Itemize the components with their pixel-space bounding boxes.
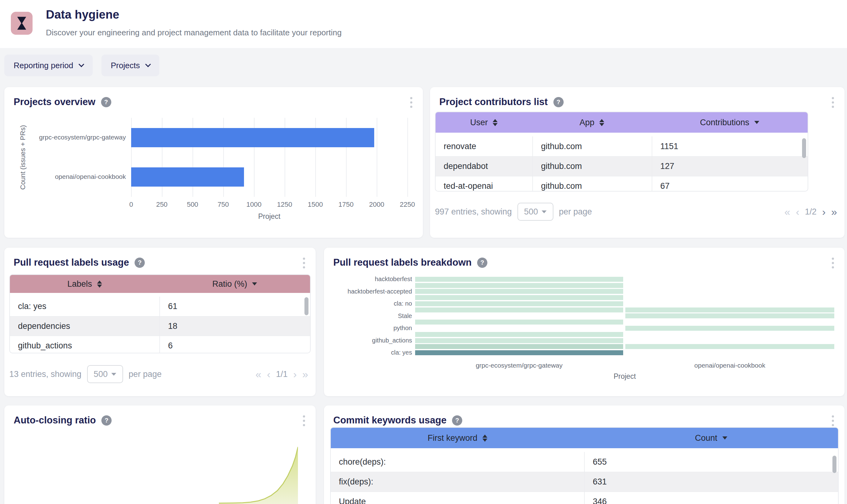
column-header-user[interactable]: User xyxy=(436,112,532,133)
heatmap-bar xyxy=(625,326,834,331)
sort-icon[interactable] xyxy=(493,119,498,126)
filter-bar: Reporting period Projects xyxy=(4,55,159,76)
gridline xyxy=(377,118,377,197)
heatmap-bar xyxy=(625,344,834,349)
table-row[interactable]: dependabot github.com 127 xyxy=(436,156,808,176)
y-tick-label: hacktoberfest-accepted xyxy=(324,289,412,295)
scrollbar-thumb[interactable] xyxy=(802,138,806,158)
table-row[interactable]: Update 346 xyxy=(331,491,838,504)
help-icon[interactable]: ? xyxy=(102,415,112,426)
prev-page-button[interactable]: ‹ xyxy=(267,368,270,380)
table-row[interactable]: github_actions 6 xyxy=(10,336,310,353)
table-row[interactable]: ted-at-openai github.com 67 xyxy=(436,176,808,192)
x-tick-label: 250 xyxy=(156,200,168,209)
scrollbar-thumb[interactable] xyxy=(832,456,836,473)
column-label: Labels xyxy=(67,279,92,289)
auto-closing-area-chart xyxy=(219,446,298,504)
page-size-select[interactable]: 500 xyxy=(518,203,553,221)
column-label: Count xyxy=(695,433,717,443)
sort-desc-icon[interactable] xyxy=(754,121,759,124)
x-tick-label: 2250 xyxy=(400,200,415,209)
cell-label: cla: yes xyxy=(10,296,159,316)
sort-icon[interactable] xyxy=(599,119,604,126)
panel-title: Commit keywords usage xyxy=(333,415,447,426)
help-icon[interactable]: ? xyxy=(134,257,145,268)
next-page-button[interactable]: › xyxy=(293,368,297,380)
kebab-menu-icon[interactable] xyxy=(830,256,836,270)
column-label: User xyxy=(470,118,488,127)
column-header-ratio[interactable]: Ratio (%) xyxy=(159,275,310,293)
x-tick-label: 2000 xyxy=(369,200,384,209)
labels-usage-table: Labels Ratio (%) cla: yes 61 dependencie… xyxy=(9,274,311,353)
cell-user: ted-at-openai xyxy=(436,176,532,192)
table-row[interactable]: dependencies 18 xyxy=(10,316,310,336)
kebab-menu-icon[interactable] xyxy=(408,95,414,110)
kebab-menu-icon[interactable] xyxy=(301,414,307,428)
labels-usage-panel: Pull request labels usage ? Labels Ratio… xyxy=(4,248,316,396)
projects-label: Projects xyxy=(111,61,140,70)
y-tick-label: github_actions xyxy=(324,338,412,344)
column-header-count[interactable]: Count xyxy=(584,428,838,448)
sort-desc-icon[interactable] xyxy=(252,282,257,286)
heatmap-cell xyxy=(415,320,623,325)
scrollbar-thumb[interactable] xyxy=(304,297,308,315)
projects-dropdown[interactable]: Projects xyxy=(102,55,159,76)
x-tick-label: 0 xyxy=(129,200,133,209)
x-tick-label: 1000 xyxy=(247,200,262,209)
heatmap-cell xyxy=(625,350,834,355)
last-page-button[interactable]: » xyxy=(302,368,308,380)
prev-page-button[interactable]: ‹ xyxy=(796,206,799,218)
column-label: First keyword xyxy=(428,433,477,443)
heatmap-cell xyxy=(415,283,623,288)
page-indicator: 1/1 xyxy=(276,370,288,379)
help-icon[interactable]: ? xyxy=(553,97,564,107)
y-tick-label: hacktoberfest xyxy=(324,276,412,282)
panel-title: Project contributors list xyxy=(439,96,548,108)
column-header-contributions[interactable]: Contributions xyxy=(652,112,808,133)
kebab-menu-icon[interactable] xyxy=(830,414,836,428)
next-page-button[interactable]: › xyxy=(822,206,826,218)
table-row[interactable]: fix(deps): 631 xyxy=(331,472,838,491)
heatmap-row xyxy=(415,294,834,301)
table-row[interactable]: chore(deps): 655 xyxy=(331,452,838,472)
heatmap-cell xyxy=(415,301,623,306)
sort-icon[interactable] xyxy=(482,435,487,442)
cell-contributions: 127 xyxy=(652,157,808,176)
contributors-panel: Project contributors list ? User App Con… xyxy=(430,87,845,238)
x-tick-label: 1500 xyxy=(308,200,323,209)
column-header-app[interactable]: App xyxy=(532,112,652,133)
x-tick-label: 750 xyxy=(218,200,229,209)
heatmap-bar xyxy=(415,344,623,349)
help-icon[interactable]: ? xyxy=(477,257,487,268)
column-header-first-keyword[interactable]: First keyword xyxy=(331,428,584,448)
column-label: Contributions xyxy=(700,118,749,127)
kebab-menu-icon[interactable] xyxy=(830,95,836,110)
heatmap-cell xyxy=(415,338,623,343)
heatmap-row xyxy=(415,313,834,319)
panel-title: Auto-closing ratio xyxy=(14,415,96,426)
help-icon[interactable]: ? xyxy=(101,97,111,107)
table-row[interactable]: cla: yes 61 xyxy=(10,296,310,316)
overview-x-axis-title: Project xyxy=(131,212,408,221)
last-page-button[interactable]: » xyxy=(831,206,837,218)
heatmap-bar xyxy=(415,332,623,337)
reporting-period-dropdown[interactable]: Reporting period xyxy=(4,55,93,76)
table-row[interactable]: renovate github.com 1151 xyxy=(436,137,808,156)
heatmap-bar xyxy=(415,307,623,312)
help-icon[interactable]: ? xyxy=(452,415,462,426)
panel-title: Pull request labels breakdown xyxy=(333,257,471,268)
heatmap-row xyxy=(415,343,834,349)
kebab-menu-icon[interactable] xyxy=(301,256,307,270)
column-header-labels[interactable]: Labels xyxy=(10,275,159,293)
entries-text: 13 entries, showing xyxy=(9,370,82,379)
heatmap-cell xyxy=(415,350,623,355)
y-tick-label xyxy=(324,282,412,289)
first-page-button[interactable]: « xyxy=(255,368,262,380)
sort-icon[interactable] xyxy=(97,281,102,288)
cell-ratio: 61 xyxy=(159,296,310,316)
panel-title: Pull request labels usage xyxy=(14,257,129,268)
sort-desc-icon[interactable] xyxy=(722,436,727,439)
column-label: App xyxy=(579,118,594,127)
first-page-button[interactable]: « xyxy=(785,206,790,218)
page-size-select[interactable]: 500 xyxy=(87,365,123,383)
